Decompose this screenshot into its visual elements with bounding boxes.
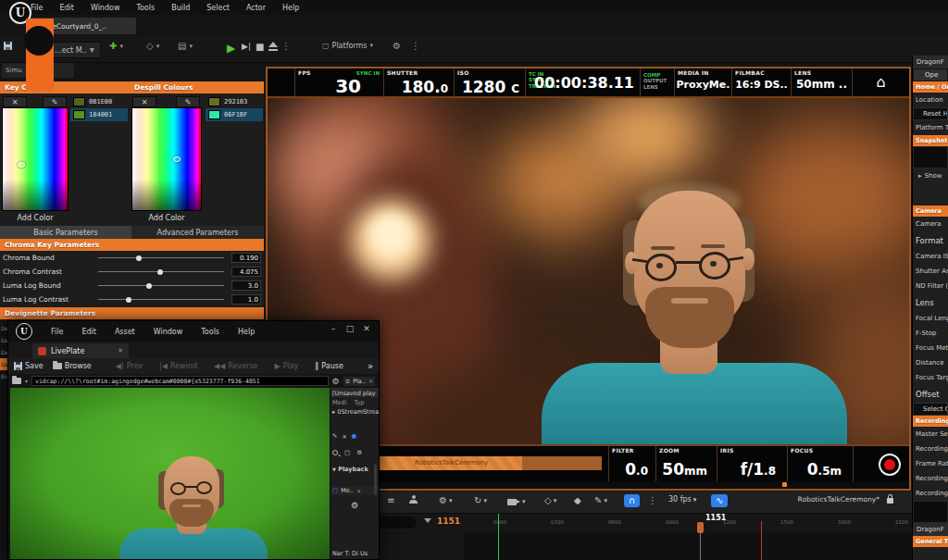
sidebar-row[interactable]: General Trac [913, 536, 948, 547]
slider-track[interactable] [98, 299, 224, 300]
select-mode-dropdown[interactable]: ...ect M.. ▾ [48, 42, 101, 58]
sidebar-row[interactable]: Recording [913, 442, 948, 456]
eyedropper-button[interactable]: ✎ [176, 96, 200, 107]
play-button[interactable]: ▶ [227, 42, 235, 55]
despill-color-picker[interactable] [131, 107, 202, 211]
playlist-item[interactable]: ▸ 0StreamStrea [331, 406, 379, 416]
sidebar-row[interactable]: Snapshots [913, 135, 948, 146]
folder-icon[interactable] [12, 378, 21, 384]
add-color-button[interactable]: Add Color [2, 214, 69, 222]
expand-icon[interactable]: ▸ [332, 408, 335, 416]
blueprints-button[interactable]: ◇▾ [146, 42, 159, 51]
playback-start-marker[interactable] [498, 514, 499, 560]
settings-button[interactable]: ⚙ [393, 42, 401, 51]
sequencer-timeline[interactable]: 1151 00000300060009001200150018002100 11… [361, 514, 912, 560]
close-icon[interactable]: ✕ [118, 347, 123, 355]
home-icon[interactable]: ⌂ [876, 73, 885, 91]
close-icon[interactable]: ✕ [368, 378, 373, 384]
sidebar-row[interactable]: Focal Lengt [913, 311, 948, 326]
sidebar-row[interactable]: Camera [913, 205, 948, 217]
save-level-button[interactable] [4, 42, 12, 50]
gear-icon[interactable]: ⚙ [332, 377, 340, 386]
fps-dropdown[interactable]: 30 fps▾ [668, 495, 696, 504]
menu-item[interactable]: Select [198, 2, 238, 14]
maximize-button[interactable]: □ [342, 324, 358, 333]
toolbar-overflow-menu[interactable]: ⋮ [411, 42, 420, 51]
sidebar-row[interactable]: Home / Orig [913, 81, 948, 93]
sidebar-row[interactable]: DragonF [913, 523, 948, 536]
scrollbar[interactable] [374, 464, 377, 495]
edit-mode-dropdown[interactable]: ✎▾ [594, 495, 607, 505]
playhead-handle[interactable] [697, 522, 704, 533]
sidebar-row[interactable]: Format [913, 231, 948, 249]
sidebar-row[interactable] [913, 501, 948, 523]
playback-end-marker[interactable] [761, 521, 762, 560]
grid-icon[interactable]: ▢ [344, 449, 350, 456]
liveplate-titlebar[interactable]: U FileEditAssetWindowToolsHelp – □ ✕ [8, 321, 379, 342]
picker-cursor[interactable] [173, 156, 181, 162]
hud-home-cell[interactable]: ⌂ [853, 68, 909, 96]
menu-item[interactable]: Tools [192, 328, 229, 336]
sidebar-row[interactable]: Location [913, 93, 948, 107]
sequencer-settings-dropdown[interactable]: ⚙▾ [439, 495, 452, 505]
reverse-button[interactable]: ◀◀Reverse [214, 362, 257, 370]
sequencer-loop-dropdown[interactable]: ↻▾ [474, 495, 487, 505]
sidebar-row[interactable]: Shutter Ang [913, 264, 948, 279]
menu-item[interactable]: Actor [238, 2, 274, 14]
search-icon[interactable] [332, 450, 338, 455]
slider-track[interactable] [98, 285, 224, 286]
sidebar-row[interactable]: Recording T [913, 471, 948, 486]
slider-track[interactable] [98, 257, 224, 258]
slider-handle[interactable] [146, 283, 152, 289]
close-button[interactable]: ✕ [358, 324, 375, 333]
color-swatch-row[interactable]: 0B1E00 [70, 95, 128, 108]
sidebar-row[interactable]: Lens [913, 293, 948, 311]
menu-item[interactable]: Help [274, 2, 307, 14]
sidebar-row[interactable]: F-Stop [913, 326, 948, 341]
tab-basic-parameters[interactable]: Basic Parameters [0, 226, 131, 239]
menu-item[interactable]: Edit [51, 2, 82, 14]
remove-color-button[interactable]: ✕ [132, 96, 156, 107]
menu-item[interactable]: Tools [128, 2, 163, 14]
chevron-down-icon[interactable]: ▾ [25, 378, 28, 384]
cinematics-button[interactable]: ▤▾ [178, 42, 193, 51]
media-settings[interactable]: ⚙ [331, 499, 379, 510]
menu-item[interactable]: Window [82, 2, 129, 14]
sidebar-row[interactable]: Select C [913, 403, 948, 416]
media-tab[interactable]: ▢ Me.. ✕ [331, 486, 379, 495]
sidebar-row[interactable]: Ope [913, 68, 948, 81]
slider-value-field[interactable]: 0.190 [231, 253, 261, 263]
pause-button[interactable]: ‖Pause [315, 362, 343, 370]
color-swatch-row[interactable]: 06F1BF [206, 108, 263, 121]
color-swatch-row[interactable]: 184001 [70, 108, 128, 121]
menu-item[interactable]: Edit [72, 328, 106, 336]
key-color-picker[interactable] [2, 107, 69, 211]
add-actor-button[interactable]: ✚▾ [109, 42, 123, 51]
slider-value-field[interactable]: 1.0 [231, 294, 261, 305]
stop-button[interactable]: ■ [256, 42, 264, 52]
sidebar-row[interactable]: ND Filter (F [913, 279, 948, 293]
slider-value-field[interactable]: 3.0 [231, 280, 261, 291]
liveplate-video-preview[interactable] [10, 388, 330, 559]
play-button[interactable]: ▶Play [274, 362, 298, 370]
gear-icon[interactable]: ⚙ [356, 449, 362, 456]
frame-skip-button[interactable]: ▶| [242, 42, 251, 51]
media-url-input[interactable]: vidcap://\\?\root#im:agingedge#webcam#00… [31, 376, 329, 386]
sidebar-row[interactable]: Show [913, 168, 948, 183]
sidebar-row[interactable]: Focus Targ [913, 370, 948, 385]
platforms-dropdown[interactable]: ▢ Platforms ▾ [322, 42, 373, 50]
sidebar-row[interactable]: Master Seq [913, 427, 948, 442]
eyedropper-button[interactable]: ✎ [43, 96, 67, 107]
current-frame-value[interactable]: 1151 [437, 516, 460, 526]
playback-section[interactable]: ▼ Playback [331, 464, 379, 473]
eject-button[interactable] [268, 42, 278, 47]
slider-handle[interactable] [136, 255, 142, 261]
sidebar-row[interactable]: DragonF [913, 56, 948, 68]
sidebar-row[interactable]: Frame Rate [913, 456, 948, 471]
sidebar-row[interactable]: Offset [913, 385, 948, 403]
tab-advanced-parameters[interactable]: Advanced Parameters [131, 226, 264, 239]
filter-icon[interactable] [424, 518, 431, 523]
audio-waveform-button[interactable]: ∿ [711, 494, 728, 507]
lock-button[interactable] [887, 494, 893, 504]
sidebar-row[interactable]: Distance [913, 355, 948, 370]
